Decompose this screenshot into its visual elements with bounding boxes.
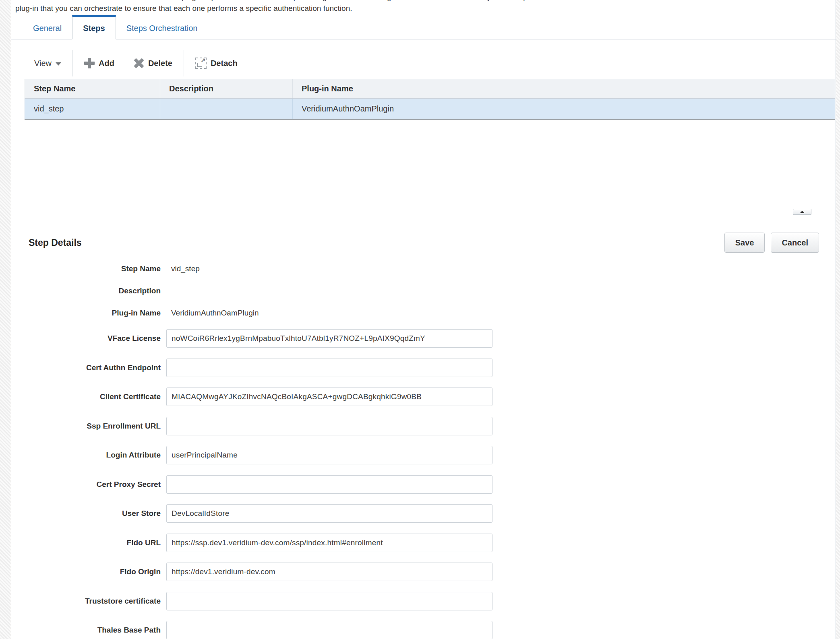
field-input-fido-url[interactable] bbox=[166, 534, 492, 552]
field-label-user-store: User Store bbox=[11, 509, 161, 518]
detach-button-label: Detach bbox=[211, 59, 238, 68]
detach-button[interactable]: ↗ Detach bbox=[186, 58, 247, 69]
form-row-login-attribute: Login Attribute bbox=[11, 441, 836, 470]
tab-bar: GeneralStepsSteps Orchestration bbox=[11, 15, 836, 39]
field-input-fido-origin[interactable] bbox=[166, 563, 492, 581]
module-description: Custom Authentication Module relies on b… bbox=[15, 0, 832, 14]
form-row-ssp-enrollment-url: Ssp Enrollment URL bbox=[11, 412, 836, 441]
field-input-truststore-certificate[interactable] bbox=[166, 592, 492, 610]
field-input-user-store[interactable] bbox=[166, 504, 492, 523]
save-button[interactable]: Save bbox=[724, 233, 765, 253]
field-input-cert-authn-endpoint[interactable] bbox=[166, 359, 492, 377]
field-input-cert-proxy-secret[interactable] bbox=[166, 475, 492, 494]
field-value-plug-in-name: VeridiumAuthnOamPlugin bbox=[166, 309, 259, 317]
field-label-fido-origin: Fido Origin bbox=[11, 567, 161, 576]
form-row-cert-authn-endpoint: Cert Authn Endpoint bbox=[11, 353, 836, 383]
form-row-thales-base-path: Thales Base Path bbox=[11, 616, 836, 639]
field-label-plug-in-name: Plug-in Name bbox=[11, 309, 161, 317]
form-row-vface-license: VFace License bbox=[11, 324, 836, 353]
tab-steps[interactable]: Steps bbox=[72, 15, 116, 39]
form-row-fido-origin: Fido Origin bbox=[11, 557, 836, 587]
delete-button-label: Delete bbox=[148, 59, 172, 68]
field-label-cert-authn-endpoint: Cert Authn Endpoint bbox=[11, 363, 161, 372]
details-actions: Save Cancel bbox=[724, 233, 819, 253]
field-label-step-name: Step Name bbox=[11, 264, 161, 273]
column-header-description[interactable]: Description bbox=[160, 79, 293, 99]
step-details-title: Step Details bbox=[29, 237, 82, 248]
table-row[interactable]: vid_step VeridiumAuthnOamPlugin bbox=[25, 99, 835, 120]
table-toolbar: View Add Delete ↗ Detach bbox=[25, 48, 247, 78]
field-label-truststore-certificate: Truststore certificate bbox=[11, 597, 161, 606]
field-label-cert-proxy-secret: Cert Proxy Secret bbox=[11, 480, 161, 489]
add-icon bbox=[84, 58, 95, 68]
field-input-client-certificate[interactable] bbox=[166, 388, 492, 406]
delete-icon bbox=[134, 58, 144, 68]
field-input-thales-base-path[interactable] bbox=[166, 621, 492, 639]
delete-button[interactable]: Delete bbox=[124, 58, 182, 68]
field-label-vface-license: VFace License bbox=[11, 334, 161, 343]
tab-steps-orchestration[interactable]: Steps Orchestration bbox=[116, 15, 208, 39]
form-row-truststore-certificate: Truststore certificate bbox=[11, 587, 836, 616]
toolbar-separator bbox=[184, 50, 184, 76]
module-panel: Custom Authentication Module relies on b… bbox=[11, 0, 836, 639]
field-value-description bbox=[166, 287, 171, 295]
view-menu-label: View bbox=[34, 59, 52, 68]
view-menu-button[interactable]: View bbox=[25, 59, 71, 68]
field-input-vface-license[interactable] bbox=[166, 329, 492, 348]
tab-general[interactable]: General bbox=[23, 15, 72, 39]
form-row-fido-url: Fido URL bbox=[11, 528, 836, 558]
column-header-step-name[interactable]: Step Name bbox=[25, 79, 160, 99]
form-row-description: Description bbox=[11, 280, 836, 302]
field-value-step-name: vid_step bbox=[166, 264, 200, 273]
step-details-form: Step Name vid_step Description Plug-in N… bbox=[11, 258, 836, 639]
form-row-step-name: Step Name vid_step bbox=[11, 258, 836, 280]
steps-table-header: Step Name Description Plug-in Name bbox=[25, 79, 835, 99]
field-label-thales-base-path: Thales Base Path bbox=[11, 626, 161, 635]
detach-icon: ↗ bbox=[195, 58, 207, 69]
field-label-login-attribute: Login Attribute bbox=[11, 451, 161, 460]
form-row-client-certificate: Client Certificate bbox=[11, 382, 836, 412]
field-label-fido-url: Fido URL bbox=[11, 538, 161, 547]
steps-table: Step Name Description Plug-in Name vid_s… bbox=[25, 79, 835, 120]
field-label-ssp-enrollment-url: Ssp Enrollment URL bbox=[11, 422, 161, 431]
add-button[interactable]: Add bbox=[74, 58, 124, 68]
form-row-plug-in-name: Plug-in Name VeridiumAuthnOamPlugin bbox=[11, 302, 836, 324]
field-input-login-attribute[interactable] bbox=[166, 446, 492, 464]
add-button-label: Add bbox=[99, 59, 114, 68]
cell-step-name: vid_step bbox=[25, 99, 160, 120]
description-line-1: Custom Authentication Module relies on b… bbox=[15, 0, 832, 3]
description-line-2: plug-in that you can orchestrate to ensu… bbox=[15, 3, 832, 14]
form-row-user-store: User Store bbox=[11, 499, 836, 528]
collapse-arrow-icon bbox=[800, 211, 805, 213]
field-label-client-certificate: Client Certificate bbox=[11, 392, 161, 401]
field-input-ssp-enrollment-url[interactable] bbox=[166, 417, 492, 435]
collapse-panel-button[interactable] bbox=[793, 209, 811, 215]
chevron-down-icon bbox=[56, 62, 61, 66]
cell-plugin-name: VeridiumAuthnOamPlugin bbox=[293, 99, 835, 120]
toolbar-separator bbox=[72, 50, 73, 76]
field-label-description: Description bbox=[11, 287, 161, 295]
cancel-button[interactable]: Cancel bbox=[771, 233, 819, 253]
form-row-cert-proxy-secret: Cert Proxy Secret bbox=[11, 470, 836, 499]
column-header-plugin-name[interactable]: Plug-in Name bbox=[293, 79, 835, 99]
cell-description bbox=[160, 99, 293, 120]
